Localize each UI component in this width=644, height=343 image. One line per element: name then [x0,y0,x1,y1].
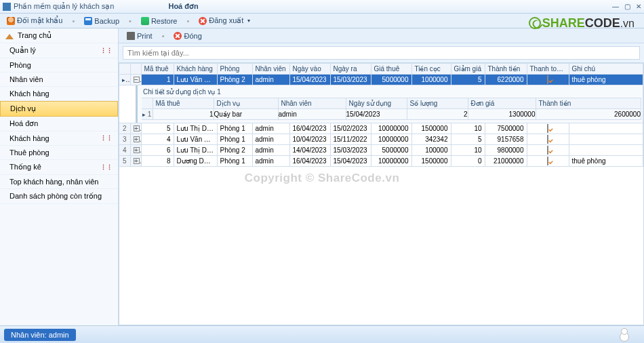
close-button[interactable]: Đóng [169,31,205,41]
col-khach-hang[interactable]: Khách hàng [174,64,217,75]
cell: 6220000 [485,75,527,85]
status-user: Nhân viên: admin [4,329,76,341]
checkbox-icon[interactable] [547,135,548,144]
cell: 0 [451,156,485,167]
sidebar-item-quan-ly[interactable]: Quản lý⋮⋮ [0,43,118,58]
restore-icon[interactable]: ▢ [624,3,630,10]
cell: thuê phòng [569,75,643,85]
cell: Phòng 2 [217,75,252,85]
table-row[interactable]: 3+ 4 Lưu Văn Tươi Phòng 1 admin 10/04/20… [119,134,643,145]
dcol[interactable]: Nhân viên [278,98,346,109]
sidebar-item-thong-ke[interactable]: Thống kê⋮⋮ [0,160,118,175]
dcol[interactable]: Dịch vụ [214,98,278,109]
table-header: Mã thuê Khách hàng Phòng Nhân viên Ngày … [119,64,643,75]
printer-icon [127,32,135,40]
close-icon[interactable]: ✕ [636,3,641,10]
title-bar: Phần mềm quản lý khách sạn Hoá đơn — ▢ ✕ [0,0,644,14]
cell: 15/04/2023 [289,75,330,85]
col-thanh-tien[interactable]: Thành tiền [485,64,527,75]
detail-title: Chi tiết sử dụng dịch vụ 1 [142,87,641,98]
dcell: admin [278,109,346,120]
sidebar-item-khach-hang-2[interactable]: Khách hàng⋮⋮ [0,132,118,146]
cell: 10 [451,123,485,134]
cell: 15/11/2022 [330,134,371,145]
sidebar-item-dich-vu[interactable]: Dịch vụ [0,101,118,117]
cell: 10000000 [371,134,411,145]
expand-icon[interactable]: + [134,136,140,142]
home-icon [5,34,14,39]
cell: 1 [141,75,174,85]
col-phong[interactable]: Phòng [217,64,252,75]
window-controls: — ▢ ✕ [612,3,641,10]
cell [569,134,643,145]
exit-icon [199,17,207,25]
collapse-icon[interactable]: − [134,77,140,83]
dcol[interactable]: Ngày sử dụng [346,98,407,109]
col-gia-thue[interactable]: Giá thuê [371,64,411,75]
cell: 15/03/2023 [330,75,371,85]
dcol[interactable]: Mã thuê [153,98,214,109]
expand-icon[interactable]: + [134,147,140,153]
restore-label: Restore [151,17,178,25]
cell: Phòng 1 [217,156,252,167]
col-thanh-toan[interactable]: Thanh toán? [527,64,569,75]
sidebar-item-thue-phong[interactable]: Thuê phòng [0,146,118,160]
logout-button[interactable]: Đăng xuất▾ [195,16,254,26]
table-row[interactable]: ▸ 1 − 1 Lưu Văn Tươi Phòng 2 admin 15/04… [119,75,643,85]
restore-button[interactable]: Restore [137,16,182,26]
minimize-icon[interactable]: — [612,3,619,10]
checkbox-icon[interactable] [547,157,548,165]
cell: 7500000 [485,123,527,134]
cell: 5 [141,123,174,134]
cell: 342342 [411,134,451,145]
change-password-button[interactable]: Đối mật khẩu [3,16,66,26]
expand-icon[interactable]: + [134,125,140,132]
sidebar-item-hoa-don[interactable]: Hoá đơn [0,117,118,132]
col-ma-thue[interactable]: Mã thuê [141,64,174,75]
backup-button[interactable]: Backup [80,16,123,26]
close-label: Đóng [184,32,201,40]
cell: Phòng 1 [217,134,252,145]
detail-row: Chi tiết sử dụng dịch vụ 1 Mã thuê Dịch … [119,85,643,123]
invoice-grid[interactable]: Mã thuê Khách hàng Phòng Nhân viên Ngày … [119,62,644,325]
sidebar-item-top[interactable]: Top khách hàng, nhân viên [0,175,118,189]
checkbox-icon[interactable] [547,124,548,133]
dcol[interactable]: Thành tiền [536,98,641,109]
cell: 15/04/2023 [330,156,371,167]
expand-icon[interactable]: + [134,158,140,164]
sidebar-item-label: Top khách hàng, nhân viên [9,178,99,186]
sidebar-item-danh-sach[interactable]: Danh sách phòng còn trống [0,189,118,204]
table-row[interactable]: 5+ 8 Dương Duy N... Phòng 1 admin 16/04/… [119,156,643,167]
cell: admin [252,75,289,85]
checkbox-icon[interactable] [547,75,548,84]
dcol[interactable]: Đơn giá [468,98,536,109]
dcol[interactable]: Số lượng [407,98,468,109]
dcell: 1 [153,109,214,120]
sidebar-item-phong[interactable]: Phòng [0,58,118,73]
link-icon: ⋮⋮ [100,164,113,171]
detail-table-row[interactable]: ▸ 1 1 Quầy bar admin 15/04/2023 2 130000… [142,109,641,120]
table-row[interactable]: 2+ 5 Lưu Thị Dung Phòng 1 admin 16/04/20… [119,123,643,134]
col-nhan-vien[interactable]: Nhân viên [252,64,289,75]
sidebar-item-label: Quản lý [9,46,36,55]
table-row[interactable]: 4+ 6 Lưu Thị Dung Phòng 2 admin 14/04/20… [119,145,643,156]
search-input[interactable] [123,46,640,60]
cell: 16/04/2023 [289,156,330,167]
sidebar-item-nhan-vien[interactable]: Nhân viên [0,73,118,87]
link-icon: ⋮⋮ [100,47,113,54]
cell: 4 [141,134,174,145]
sidebar-item-trang-chu[interactable]: Trang chủ [0,28,118,43]
print-button[interactable]: Print [123,31,157,41]
checkbox-icon[interactable] [547,146,548,155]
cell: admin [252,134,289,145]
cell: Dương Duy N... [174,156,217,167]
col-ghi-chu[interactable]: Ghi chú [569,64,643,75]
dcell: 1300000 [468,109,536,120]
sidebar-item-khach-hang[interactable]: Khách hàng [0,87,118,101]
col-ngay-ra[interactable]: Ngày ra [330,64,371,75]
col-tien-coc[interactable]: Tiền cọc [411,64,451,75]
cell: 1000000 [411,75,451,85]
col-ngay-vao[interactable]: Ngày vào [289,64,330,75]
col-giam-gia[interactable]: Giảm giá [451,64,485,75]
sidebar-item-label: Hoá đơn [9,119,38,128]
